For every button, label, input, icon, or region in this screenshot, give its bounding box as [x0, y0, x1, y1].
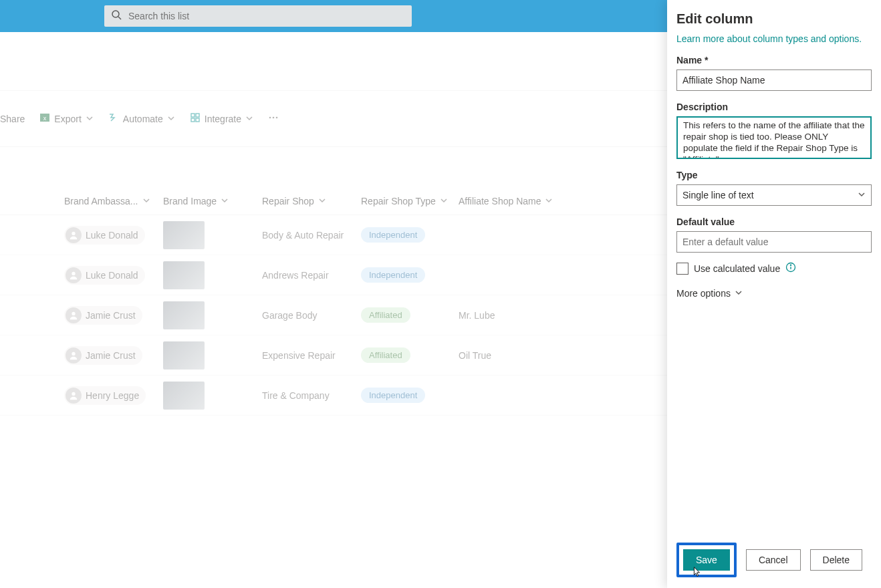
description-textarea[interactable]	[676, 116, 872, 159]
cell-ambassador: Jamie Crust	[64, 346, 163, 365]
svg-rect-7	[196, 118, 199, 122]
image-thumbnail[interactable]	[163, 341, 205, 370]
svg-text:x: x	[43, 115, 47, 122]
chevron-down-icon	[735, 288, 743, 299]
edit-column-panel: Edit column Learn more about column type…	[667, 0, 881, 588]
svg-line-1	[118, 17, 121, 19]
export-button[interactable]: x Export	[39, 112, 93, 125]
cell-affiliate: Oil True	[459, 350, 586, 361]
cell-affiliate: Mr. Lube	[459, 310, 586, 321]
panel-title: Edit column	[676, 11, 753, 27]
automate-button[interactable]: Automate	[108, 112, 175, 125]
svg-rect-5	[196, 114, 199, 117]
cell-shop: Garage Body	[262, 310, 361, 321]
person-name: Jamie Crust	[86, 310, 136, 321]
overflow-button[interactable]	[268, 112, 279, 125]
name-label: Name *	[676, 55, 872, 65]
type-pill: Independent	[361, 388, 425, 403]
person-name: Luke Donald	[86, 270, 138, 281]
calculated-checkbox[interactable]	[676, 263, 688, 275]
cell-ambassador: Jamie Crust	[64, 306, 163, 325]
share-label: Share	[0, 114, 25, 124]
cell-ambassador: Luke Donald	[64, 226, 163, 245]
default-input[interactable]	[676, 231, 872, 253]
person-chip[interactable]: Luke Donald	[64, 266, 145, 285]
default-label: Default value	[676, 216, 872, 227]
save-highlight: Save	[676, 543, 737, 577]
chevron-down-icon	[221, 196, 229, 206]
integrate-button[interactable]: Integrate	[190, 112, 253, 125]
image-thumbnail[interactable]	[163, 301, 205, 329]
person-chip[interactable]: Luke Donald	[64, 226, 145, 245]
cell-type: Affiliated	[361, 307, 459, 323]
avatar-icon	[66, 388, 82, 404]
image-thumbnail[interactable]	[163, 221, 205, 249]
cell-shop: Andrews Repair	[262, 270, 361, 281]
col-type[interactable]: Repair Shop Type	[361, 196, 459, 206]
close-button[interactable]	[853, 9, 872, 28]
search-box[interactable]	[104, 5, 412, 27]
type-dropdown[interactable]: Single line of text	[676, 184, 872, 206]
search-input[interactable]	[128, 11, 405, 21]
person-chip[interactable]: Jamie Crust	[64, 346, 142, 365]
cell-image	[163, 221, 262, 249]
cell-image	[163, 341, 262, 370]
cell-image	[163, 301, 262, 329]
type-pill: Affiliated	[361, 307, 410, 323]
panel-footer: Save Cancel Delete	[676, 533, 872, 588]
cancel-button[interactable]: Cancel	[746, 549, 801, 571]
chevron-down-icon	[245, 114, 253, 124]
excel-icon: x	[39, 112, 50, 125]
info-icon[interactable]	[785, 262, 796, 275]
search-icon	[111, 9, 128, 23]
svg-point-13	[72, 311, 75, 315]
name-input[interactable]	[676, 69, 872, 91]
type-label: Type	[676, 170, 872, 180]
svg-point-10	[276, 117, 278, 119]
chevron-down-icon	[142, 196, 150, 206]
chevron-down-icon	[86, 114, 94, 124]
cell-shop: Expensive Repair	[262, 350, 361, 361]
image-thumbnail[interactable]	[163, 261, 205, 289]
person-name: Jamie Crust	[86, 350, 136, 361]
avatar-icon	[66, 307, 82, 323]
col-affiliate[interactable]: Affiliate Shop Name	[459, 196, 586, 206]
cell-ambassador: Luke Donald	[64, 266, 163, 285]
svg-rect-4	[191, 114, 195, 117]
person-name: Henry Legge	[86, 390, 139, 401]
svg-point-20	[791, 265, 791, 265]
person-chip[interactable]: Henry Legge	[64, 386, 146, 405]
cell-type: Independent	[361, 227, 459, 243]
more-options-toggle[interactable]: More options	[676, 288, 872, 299]
person-name: Luke Donald	[86, 230, 138, 241]
svg-point-11	[72, 231, 75, 235]
person-chip[interactable]: Jamie Crust	[64, 306, 142, 325]
svg-point-0	[112, 11, 119, 17]
learn-more-link[interactable]: Learn more about column types and option…	[676, 33, 872, 44]
chevron-down-icon	[167, 114, 175, 124]
avatar-icon	[66, 227, 82, 243]
share-button[interactable]: Share	[0, 114, 25, 124]
cell-type: Independent	[361, 267, 459, 283]
svg-point-14	[72, 351, 75, 355]
type-value: Single line of text	[682, 190, 754, 200]
description-label: Description	[676, 102, 872, 112]
col-ambassador[interactable]: Brand Ambassa...	[64, 196, 163, 206]
svg-point-9	[273, 117, 275, 119]
integrate-label: Integrate	[205, 114, 241, 124]
image-thumbnail[interactable]	[163, 382, 205, 410]
type-pill: Independent	[361, 227, 425, 243]
more-icon	[268, 112, 279, 125]
export-label: Export	[54, 114, 81, 124]
delete-button[interactable]: Delete	[810, 549, 862, 571]
type-pill: Affiliated	[361, 347, 410, 363]
cell-shop: Body & Auto Repair	[262, 230, 361, 241]
svg-point-12	[72, 271, 75, 275]
col-shop[interactable]: Repair Shop	[262, 196, 361, 206]
automate-label: Automate	[123, 114, 163, 124]
svg-point-15	[72, 392, 75, 395]
save-button[interactable]: Save	[683, 549, 730, 571]
col-image[interactable]: Brand Image	[163, 196, 262, 206]
chevron-down-icon	[858, 190, 866, 200]
more-options-label: More options	[676, 288, 731, 299]
